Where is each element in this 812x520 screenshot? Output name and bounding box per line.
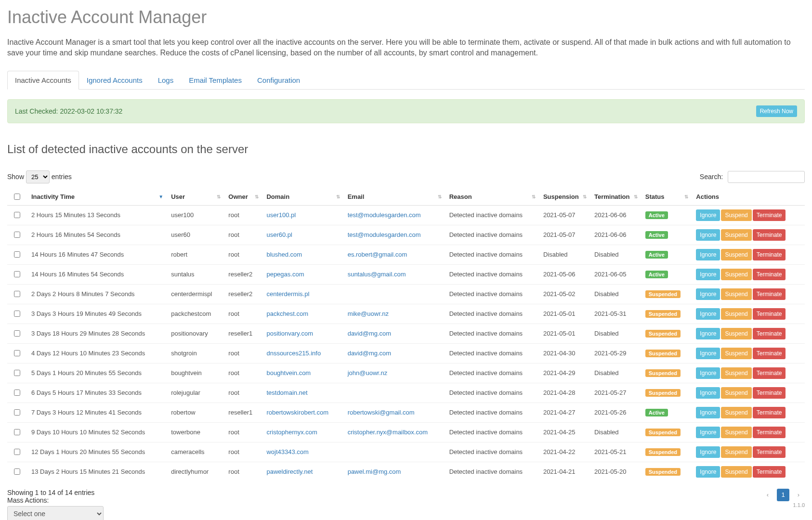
terminate-button[interactable]: Terminate — [753, 269, 786, 280]
domain-link[interactable]: robertowskirobert.com — [262, 403, 342, 422]
col-owner[interactable]: Owner⇅ — [223, 188, 262, 206]
row-checkbox[interactable] — [14, 311, 20, 317]
row-checkbox[interactable] — [14, 350, 20, 356]
domain-link[interactable]: paweldirectly.net — [262, 462, 342, 481]
email-link[interactable]: robertowski@gmail.com — [343, 403, 445, 422]
domain-link[interactable]: wojt43343.com — [262, 442, 342, 462]
suspend-button[interactable]: Suspend — [721, 466, 751, 478]
terminate-button[interactable]: Terminate — [753, 249, 786, 260]
domain-link[interactable]: blushed.com — [262, 245, 342, 264]
terminate-button[interactable]: Terminate — [753, 288, 786, 300]
ignore-button[interactable]: Ignore — [696, 427, 720, 438]
suspend-button[interactable]: Suspend — [721, 229, 751, 241]
suspend-button[interactable]: Suspend — [721, 407, 751, 418]
domain-link[interactable]: centerdermis.pl — [262, 284, 342, 304]
terminate-button[interactable]: Terminate — [753, 328, 786, 339]
email-link[interactable]: es.robert@gmail.com — [343, 245, 445, 264]
suspend-button[interactable]: Suspend — [721, 269, 751, 280]
ignore-button[interactable]: Ignore — [696, 446, 720, 458]
pager-next[interactable]: › — [792, 489, 805, 501]
col-actions[interactable]: Actions — [691, 188, 805, 206]
domain-link[interactable]: pepegas.com — [262, 264, 342, 284]
domain-link[interactable]: cristophernyx.com — [262, 422, 342, 442]
tab-inactive-accounts[interactable]: Inactive Accounts — [7, 71, 79, 90]
ignore-button[interactable]: Ignore — [696, 367, 720, 379]
email-link[interactable]: test@modulesgarden.com — [343, 225, 445, 245]
row-checkbox[interactable] — [14, 330, 20, 337]
row-checkbox[interactable] — [14, 409, 20, 416]
terminate-button[interactable]: Terminate — [753, 446, 786, 458]
row-checkbox[interactable] — [14, 212, 20, 218]
email-link[interactable]: david@mg.com — [343, 324, 445, 343]
ignore-button[interactable]: Ignore — [696, 328, 720, 339]
row-checkbox[interactable] — [14, 429, 20, 435]
ignore-button[interactable]: Ignore — [696, 269, 720, 280]
domain-link[interactable]: testdomain.net — [262, 383, 342, 403]
row-checkbox[interactable] — [14, 232, 20, 238]
terminate-button[interactable]: Terminate — [753, 348, 786, 359]
suspend-button[interactable]: Suspend — [721, 328, 751, 339]
refresh-now-button[interactable]: Refresh Now — [756, 105, 797, 117]
row-checkbox[interactable] — [14, 251, 20, 258]
row-checkbox[interactable] — [14, 390, 20, 396]
col-user[interactable]: User⇅ — [166, 188, 223, 206]
email-link[interactable]: david@mg.com — [343, 343, 445, 363]
suspend-button[interactable]: Suspend — [721, 446, 751, 458]
row-checkbox[interactable] — [14, 271, 20, 277]
suspend-button[interactable]: Suspend — [721, 288, 751, 300]
tab-email-templates[interactable]: Email Templates — [181, 71, 249, 90]
domain-link[interactable]: dnssources215.info — [262, 343, 342, 363]
pager-prev[interactable]: ‹ — [761, 489, 774, 501]
ignore-button[interactable]: Ignore — [696, 407, 720, 418]
terminate-button[interactable]: Terminate — [753, 367, 786, 379]
tab-ignored-accounts[interactable]: Ignored Accounts — [79, 71, 150, 90]
ignore-button[interactable]: Ignore — [696, 308, 720, 320]
row-checkbox[interactable] — [14, 449, 20, 455]
suspend-button[interactable]: Suspend — [721, 249, 751, 260]
select-all-checkbox[interactable] — [14, 194, 20, 200]
terminate-button[interactable]: Terminate — [753, 209, 786, 221]
ignore-button[interactable]: Ignore — [696, 466, 720, 478]
ignore-button[interactable]: Ignore — [696, 288, 720, 300]
tab-logs[interactable]: Logs — [150, 71, 182, 90]
mass-actions-select[interactable]: Select one — [7, 506, 104, 520]
ignore-button[interactable]: Ignore — [696, 249, 720, 260]
domain-link[interactable]: boughtvein.com — [262, 363, 342, 383]
col-status[interactable]: Status⇅ — [641, 188, 692, 206]
suspend-button[interactable]: Suspend — [721, 209, 751, 221]
row-checkbox[interactable] — [14, 468, 20, 475]
terminate-button[interactable]: Terminate — [753, 229, 786, 241]
ignore-button[interactable]: Ignore — [696, 348, 720, 359]
suspend-button[interactable]: Suspend — [721, 348, 751, 359]
suspend-button[interactable]: Suspend — [721, 367, 751, 379]
tab-configuration[interactable]: Configuration — [249, 71, 308, 90]
suspend-button[interactable]: Suspend — [721, 427, 751, 438]
length-select[interactable]: 25 — [26, 170, 50, 183]
terminate-button[interactable]: Terminate — [753, 407, 786, 418]
col-reason[interactable]: Reason⇅ — [445, 188, 538, 206]
domain-link[interactable]: user100.pl — [262, 205, 342, 225]
email-link[interactable]: suntalus@gmail.com — [343, 264, 445, 284]
ignore-button[interactable]: Ignore — [696, 209, 720, 221]
row-checkbox[interactable] — [14, 291, 20, 297]
email-link[interactable]: mike@uowr.nz — [343, 304, 445, 324]
row-checkbox[interactable] — [14, 370, 20, 376]
terminate-button[interactable]: Terminate — [753, 466, 786, 478]
ignore-button[interactable]: Ignore — [696, 387, 720, 399]
col-termination[interactable]: Termination⇅ — [589, 188, 641, 206]
ignore-button[interactable]: Ignore — [696, 229, 720, 241]
domain-link[interactable]: positionvary.com — [262, 324, 342, 343]
terminate-button[interactable]: Terminate — [753, 427, 786, 438]
search-input[interactable] — [728, 171, 805, 183]
col-inactivity-time[interactable]: Inactivity Time▼ — [26, 188, 166, 206]
email-link[interactable]: cristopher.nyx@mailbox.com — [343, 422, 445, 442]
suspend-button[interactable]: Suspend — [721, 387, 751, 399]
email-link[interactable]: john@uowr.nz — [343, 363, 445, 383]
col-email[interactable]: Email⇅ — [343, 188, 445, 206]
domain-link[interactable]: packchest.com — [262, 304, 342, 324]
email-link[interactable]: test@modulesgarden.com — [343, 205, 445, 225]
col-suspension[interactable]: Suspension⇅ — [538, 188, 589, 206]
pager-page-1[interactable]: 1 — [777, 489, 789, 501]
col-domain[interactable]: Domain⇅ — [262, 188, 342, 206]
email-link[interactable]: pawel.mi@mg.com — [343, 462, 445, 481]
